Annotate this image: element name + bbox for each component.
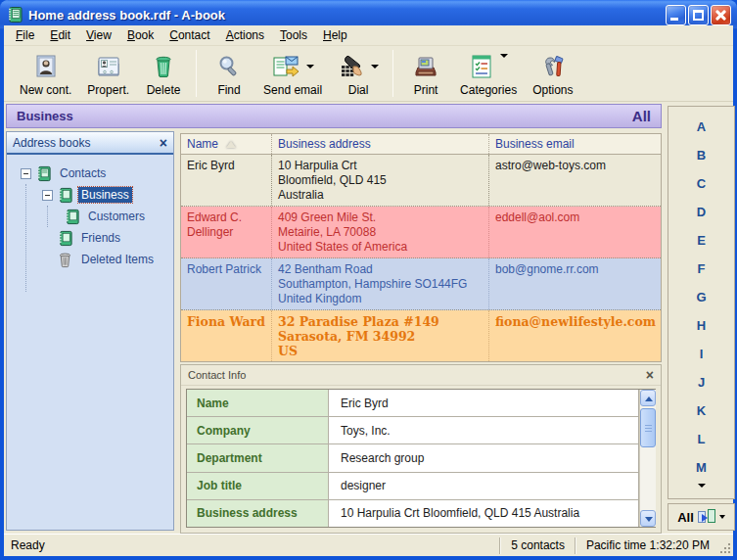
- alphabet-letters-panel: A B C D E F G H I J K L M: [668, 106, 735, 499]
- tree-item-customers[interactable]: Customers: [7, 206, 173, 227]
- menu-view[interactable]: View: [78, 26, 119, 44]
- alphabet-letter[interactable]: J: [698, 368, 705, 397]
- address-book-icon: [35, 165, 52, 182]
- maximize-button[interactable]: [688, 5, 709, 25]
- contact-info-scrollbar[interactable]: [639, 390, 656, 527]
- table-row[interactable]: Robert Patrick 42 Bentham Road Southampt…: [181, 258, 661, 310]
- minimize-button[interactable]: [666, 5, 686, 25]
- toolbar: New cont. Propert.: [4, 46, 733, 102]
- field-label: Department: [187, 444, 329, 471]
- new-contact-button[interactable]: New cont.: [12, 48, 79, 99]
- send-email-dropdown-icon[interactable]: [306, 65, 314, 69]
- contact-email: astro@web-toys.com: [489, 155, 663, 206]
- alphabet-letter[interactable]: G: [696, 283, 706, 311]
- field-value: 10 Harpulia Crt Bloomfield, QLD 415 Aust…: [329, 500, 638, 527]
- column-header-business-email[interactable]: Business email: [489, 134, 663, 154]
- field-label: Name: [187, 390, 329, 416]
- field-label: Company: [187, 417, 329, 443]
- field-value: designer: [329, 473, 638, 499]
- tree-item-friends[interactable]: Friends: [7, 227, 173, 249]
- menu-actions[interactable]: Actions: [218, 26, 272, 44]
- alphabet-dropdown-icon[interactable]: [719, 515, 725, 519]
- alphabet-letter[interactable]: C: [697, 169, 706, 198]
- dial-icon: [338, 54, 365, 79]
- alphabet-letter[interactable]: F: [698, 255, 706, 283]
- contact-info-row: Business address 10 Harpulia Crt Bloomfi…: [187, 500, 638, 527]
- table-row[interactable]: Edward C. Dellinger 409 Green Mile St. M…: [181, 207, 661, 258]
- alphabet-letter[interactable]: M: [696, 453, 707, 482]
- dial-dropdown-icon[interactable]: [371, 65, 379, 69]
- field-value: Research group: [329, 444, 638, 471]
- letter-groups-icon: [698, 509, 715, 525]
- send-email-button[interactable]: Send email: [255, 48, 330, 99]
- alphabet-letter[interactable]: B: [697, 141, 706, 169]
- contact-address: 10 Harpulia Crt Bloomfield, QLD 415 Aust…: [272, 155, 489, 206]
- tree-item-deleted-items[interactable]: Deleted Items: [7, 249, 173, 270]
- tree-item-contacts[interactable]: Contacts: [7, 163, 173, 184]
- address-book-icon: [57, 187, 73, 204]
- find-button[interactable]: Find: [203, 48, 255, 99]
- menu-book[interactable]: Book: [119, 26, 161, 44]
- properties-button[interactable]: Propert.: [79, 48, 137, 99]
- options-button[interactable]: Options: [525, 48, 580, 99]
- dial-button[interactable]: Dial: [330, 48, 387, 99]
- delete-button[interactable]: Delete: [137, 48, 190, 99]
- categories-dropdown-icon[interactable]: [500, 54, 508, 58]
- alphabet-all-button[interactable]: All: [668, 503, 735, 531]
- alphabet-letter[interactable]: K: [697, 397, 706, 425]
- alphabet-letter[interactable]: D: [697, 198, 706, 226]
- table-row[interactable]: Eric Byrd 10 Harpulia Crt Bloomfield, QL…: [181, 155, 661, 207]
- contact-name: Robert Patrick: [181, 258, 272, 309]
- find-icon: [216, 54, 242, 79]
- alphabet-letter[interactable]: E: [697, 226, 706, 255]
- contact-info-close-icon[interactable]: ×: [646, 368, 654, 382]
- alphabet-letter[interactable]: I: [700, 340, 704, 368]
- address-book-icon: [64, 209, 80, 225]
- menu-bar: File Edit View Book Contact Actions Tool…: [4, 25, 733, 46]
- collapse-icon[interactable]: [21, 168, 31, 179]
- menu-file[interactable]: File: [8, 26, 42, 44]
- close-button[interactable]: [711, 5, 731, 25]
- contacts-count: 5 contacts: [501, 538, 575, 552]
- status-bar: Ready 5 contacts Pacific time 1:32:20 PM: [4, 534, 733, 556]
- contact-name: Fiona Ward: [181, 310, 272, 361]
- column-header-business-address[interactable]: Business address: [272, 134, 489, 154]
- app-icon: [6, 6, 23, 23]
- address-books-tree: Contacts Business Cus: [7, 155, 173, 270]
- address-book-icon: [57, 230, 73, 247]
- current-folder-title: Business: [17, 109, 632, 123]
- alphabet-letter[interactable]: H: [697, 311, 706, 340]
- contact-info-row: Department Research group: [187, 444, 638, 472]
- scroll-up-icon[interactable]: [640, 390, 656, 406]
- print-icon: [413, 54, 438, 79]
- menu-edit[interactable]: Edit: [42, 26, 78, 44]
- scroll-down-icon[interactable]: [640, 510, 656, 527]
- column-header-name[interactable]: Name: [181, 134, 272, 154]
- delete-icon: [151, 54, 176, 79]
- toolbar-separator: [196, 50, 197, 97]
- status-text: Ready: [4, 538, 499, 552]
- alphabet-bar: A B C D E F G H I J K L M All: [668, 104, 735, 531]
- alphabet-letter[interactable]: L: [698, 425, 706, 453]
- clock-text: Pacific time 1:32:20 PM: [576, 538, 719, 552]
- menu-help[interactable]: Help: [315, 26, 355, 44]
- alphabet-letter[interactable]: A: [697, 113, 706, 141]
- contact-name: Edward C. Dellinger: [181, 207, 272, 257]
- contact-email: bob@gnome.rr.com: [489, 258, 663, 309]
- tree-item-business[interactable]: Business: [7, 184, 173, 206]
- menu-tools[interactable]: Tools: [272, 26, 315, 44]
- contact-address: 32 Paradise Plaza #149 Sarasota, FM 3499…: [272, 310, 489, 361]
- contact-info-panel: Contact Info × Name Eric Byrd Company To…: [180, 364, 662, 534]
- address-books-close-icon[interactable]: ×: [160, 136, 167, 150]
- contact-info-row: Job title designer: [187, 473, 638, 500]
- contact-info-table: Name Eric Byrd Company Toys, Inc. Depart…: [187, 390, 639, 527]
- resize-grip[interactable]: [719, 535, 733, 556]
- alphabet-overflow-icon[interactable]: [698, 484, 706, 488]
- view-header: Business All: [6, 104, 662, 128]
- menu-contact[interactable]: Contact: [161, 26, 217, 44]
- collapse-icon[interactable]: [42, 190, 53, 201]
- scrollbar-thumb[interactable]: [640, 408, 656, 447]
- categories-button[interactable]: Categories: [452, 48, 525, 99]
- print-button[interactable]: Print: [399, 48, 452, 99]
- table-row[interactable]: Fiona Ward 32 Paradise Plaza #149 Saraso…: [181, 310, 661, 361]
